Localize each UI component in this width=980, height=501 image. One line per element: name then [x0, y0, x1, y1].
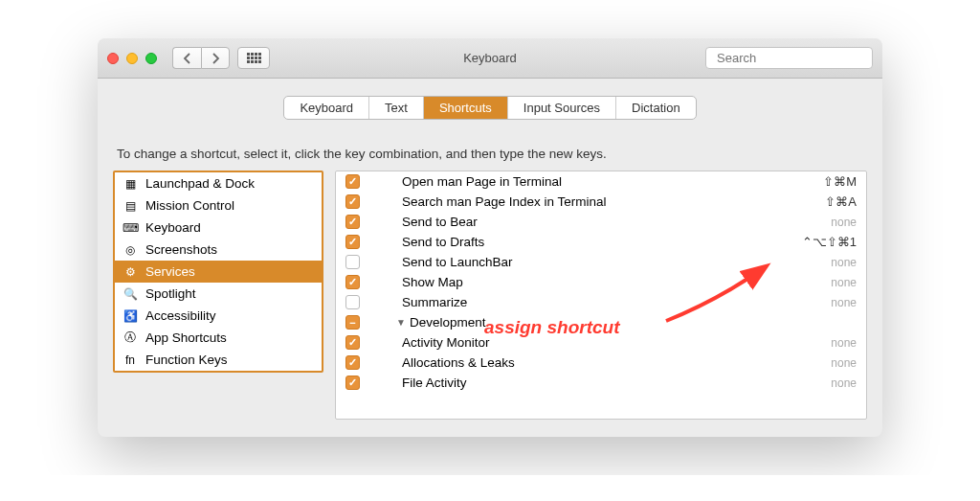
- spotlight-icon: 🔍: [122, 286, 138, 302]
- service-name: Summarize: [379, 295, 831, 309]
- service-shortcut[interactable]: none: [831, 216, 857, 229]
- service-checkbox[interactable]: [345, 215, 360, 229]
- traffic-lights: [107, 53, 157, 64]
- service-row[interactable]: Send to LaunchBarnone: [336, 252, 866, 272]
- service-row[interactable]: Send to Drafts⌃⌥⇧⌘1: [336, 232, 866, 252]
- service-name: Open man Page in Terminal: [379, 174, 823, 189]
- service-checkbox[interactable]: [345, 295, 360, 309]
- minimize-window-button[interactable]: [126, 53, 138, 64]
- service-shortcut[interactable]: none: [831, 356, 857, 370]
- search-input[interactable]: [717, 51, 878, 65]
- sidebar-item-label: Keyboard: [145, 220, 201, 235]
- service-shortcut[interactable]: none: [831, 296, 857, 309]
- show-all-button[interactable]: [237, 47, 270, 69]
- sidebar-item-label: Screenshots: [145, 242, 217, 257]
- service-shortcut[interactable]: ⌃⌥⇧⌘1: [802, 235, 857, 249]
- service-checkbox[interactable]: [345, 235, 360, 249]
- service-shortcut[interactable]: ⇧⌘A: [825, 194, 857, 209]
- service-name: Allocations & Leaks: [379, 355, 831, 370]
- category-sidebar: ▦Launchpad & Dock▤Mission Control⌨Keyboa…: [113, 171, 323, 373]
- titlebar: Keyboard: [98, 38, 882, 79]
- screenshots-icon: ◎: [122, 242, 138, 258]
- sidebar-item-screenshots[interactable]: ◎Screenshots: [115, 239, 322, 261]
- service-group-label: Development: [410, 315, 486, 330]
- sidebar-item-label: Services: [145, 264, 195, 279]
- search-field[interactable]: [705, 47, 873, 69]
- service-shortcut[interactable]: none: [831, 376, 857, 390]
- sidebar-item-spotlight[interactable]: 🔍Spotlight: [115, 283, 322, 305]
- service-group-checkbox[interactable]: [345, 315, 360, 330]
- service-row[interactable]: Send to Bearnone: [336, 212, 866, 232]
- back-button[interactable]: [172, 47, 201, 69]
- app-shortcuts-icon: Ⓐ: [122, 330, 138, 346]
- service-name: Send to Bear: [379, 215, 831, 229]
- sidebar-item-mission-control[interactable]: ▤Mission Control: [115, 194, 322, 216]
- sidebar-item-function-keys[interactable]: fnFunction Keys: [115, 349, 322, 371]
- shortcuts-detail-panel: Open man Page in Terminal⇧⌘MSearch man P…: [335, 171, 867, 420]
- service-checkbox[interactable]: [345, 255, 360, 269]
- sidebar-item-label: App Shortcuts: [145, 330, 227, 345]
- mission-control-icon: ▤: [122, 198, 138, 214]
- service-shortcut[interactable]: none: [831, 256, 857, 269]
- keyboard-icon: ⌨: [122, 220, 138, 236]
- sidebar-item-label: Launchpad & Dock: [145, 176, 255, 191]
- preferences-window: Keyboard KeyboardTextShortcutsInput Sour…: [98, 38, 882, 437]
- service-checkbox[interactable]: [345, 355, 360, 370]
- service-row[interactable]: File Activitynone: [336, 373, 866, 393]
- sidebar-item-accessibility[interactable]: ♿Accessibility: [115, 305, 322, 327]
- service-name: Send to Drafts: [379, 235, 802, 249]
- tab-input-sources[interactable]: Input Sources: [508, 97, 616, 119]
- function-keys-icon: fn: [122, 353, 138, 368]
- service-row[interactable]: Activity Monitornone: [336, 332, 866, 353]
- service-name: Send to LaunchBar: [379, 255, 831, 269]
- sidebar-item-services[interactable]: ⚙Services: [115, 261, 322, 283]
- service-row[interactable]: Open man Page in Terminal⇧⌘M: [336, 171, 866, 192]
- service-shortcut[interactable]: none: [831, 336, 857, 350]
- service-checkbox[interactable]: [345, 174, 360, 189]
- close-window-button[interactable]: [107, 53, 119, 64]
- service-checkbox[interactable]: [345, 194, 360, 209]
- chevron-left-icon: [183, 53, 191, 64]
- sidebar-item-label: Spotlight: [145, 286, 196, 301]
- sidebar-item-label: Accessibility: [145, 308, 216, 323]
- forward-button[interactable]: [201, 47, 230, 69]
- service-name: Show Map: [379, 275, 831, 289]
- tab-keyboard[interactable]: Keyboard: [284, 97, 369, 119]
- launchpad-icon: ▦: [122, 176, 138, 192]
- sidebar-item-app-shortcuts[interactable]: ⒶApp Shortcuts: [115, 327, 322, 349]
- disclosure-triangle-icon[interactable]: ▼: [396, 317, 406, 328]
- service-name: File Activity: [379, 376, 831, 390]
- chevron-right-icon: [212, 53, 220, 64]
- service-checkbox[interactable]: [345, 275, 360, 289]
- grid-icon: [247, 53, 261, 63]
- service-row[interactable]: Show Mapnone: [336, 272, 866, 292]
- service-group-header[interactable]: ▼Development: [336, 312, 866, 332]
- sidebar-item-keyboard[interactable]: ⌨Keyboard: [115, 216, 322, 239]
- tab-shortcuts[interactable]: Shortcuts: [424, 97, 508, 119]
- service-checkbox[interactable]: [345, 376, 360, 390]
- service-row[interactable]: Allocations & Leaksnone: [336, 353, 866, 373]
- sidebar-item-label: Mission Control: [145, 198, 234, 213]
- tab-dictation[interactable]: Dictation: [616, 97, 696, 119]
- service-checkbox[interactable]: [345, 335, 360, 350]
- tab-text[interactable]: Text: [369, 97, 424, 119]
- service-shortcut[interactable]: none: [831, 276, 857, 289]
- service-name: Search man Page Index in Terminal: [379, 194, 825, 209]
- services-icon: ⚙: [122, 264, 138, 280]
- tab-bar: KeyboardTextShortcutsInput SourcesDictat…: [113, 96, 867, 120]
- service-row[interactable]: Search man Page Index in Terminal⇧⌘A: [336, 192, 866, 212]
- sidebar-item-launchpad-dock[interactable]: ▦Launchpad & Dock: [115, 172, 322, 194]
- service-shortcut[interactable]: ⇧⌘M: [823, 174, 857, 189]
- service-row[interactable]: Summarizenone: [336, 292, 866, 312]
- service-name: Activity Monitor: [379, 335, 831, 350]
- instruction-text: To change a shortcut, select it, click t…: [117, 147, 863, 161]
- zoom-window-button[interactable]: [145, 53, 157, 64]
- sidebar-item-label: Function Keys: [145, 353, 228, 367]
- accessibility-icon: ♿: [122, 308, 138, 324]
